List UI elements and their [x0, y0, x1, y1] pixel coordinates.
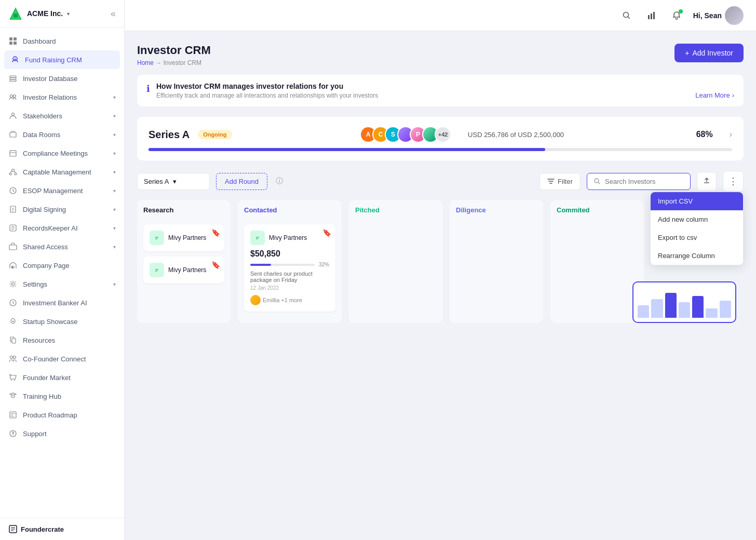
page-title: Investor CRM [137, 44, 211, 57]
company-chevron-icon[interactable]: ▾ [67, 11, 70, 17]
captable-icon [8, 167, 18, 177]
sidebar-item-dashboard[interactable]: Dashboard [0, 32, 124, 50]
sidebar-nav: Dashboard Fund Raising CRM Investor Data… [0, 28, 124, 518]
breadcrumb-home[interactable]: Home [137, 59, 154, 66]
card-progress-row: 32% [250, 262, 329, 267]
sidebar-item-captable[interactable]: Captable Management ▾ [0, 163, 124, 181]
sidebar-item-founder-market[interactable]: Founder Market [0, 368, 124, 387]
foundercrate-logo: Foundercrate [8, 524, 64, 534]
dropdown-rearrange[interactable]: Rearrange Column [651, 247, 743, 265]
kanban-col-pitched: Pitched [349, 200, 442, 323]
sidebar-item-records[interactable]: RecordsKeeper AI ▾ [0, 219, 124, 237]
company-page-icon [8, 261, 18, 270]
sidebar-item-settings[interactable]: Settings ▾ [0, 275, 124, 293]
series-avatars: A C S P +42 [364, 126, 451, 143]
sidebar-item-label: Digital Signing [23, 206, 66, 213]
sidebar-item-label: Founder Market [23, 374, 71, 382]
add-round-label: Add Round [225, 178, 259, 185]
series-progress-bar-bg [148, 148, 732, 151]
search-button[interactable] [618, 7, 635, 24]
sidebar-item-investor-relations[interactable]: Investor Relations ▾ [0, 88, 124, 106]
sidebar-item-shared-access[interactable]: Shared Access ▾ [0, 237, 124, 256]
records-icon [8, 223, 18, 233]
more-options-wrapper: ⋮ Import CSV Add new column Export to cs… [723, 171, 744, 192]
card-bookmark-icon[interactable]: 🔖 [211, 228, 220, 237]
card-bookmark-icon-2[interactable]: 🔖 [211, 261, 220, 269]
sidebar-collapse-button[interactable]: « [111, 8, 116, 19]
analytics-button[interactable] [643, 7, 660, 24]
search-investors-input[interactable] [605, 178, 678, 185]
sidebar-item-data-rooms[interactable]: Data Rooms ▾ [0, 125, 124, 144]
card-logo-2 [150, 263, 164, 277]
learn-more-link[interactable]: Learn More › [695, 91, 734, 99]
sidebar-item-label: Settings [23, 280, 47, 288]
kanban-card-r1[interactable]: 🔖 Mivy Partners [143, 224, 224, 251]
notifications-button[interactable] [668, 7, 685, 24]
chart-bar-6 [706, 308, 717, 318]
col-header-research: Research [143, 206, 224, 218]
sidebar-item-compliance[interactable]: Compliance Meetings ▾ [0, 144, 124, 163]
dropdown-add-column[interactable]: Add new column [651, 210, 743, 228]
chart-bar-1 [638, 305, 649, 318]
sidebar-item-digital-signing[interactable]: Digital Signing ▾ [0, 200, 124, 219]
sidebar-item-cofounder[interactable]: Co-Founder Connect [0, 349, 124, 368]
svg-point-26 [12, 283, 15, 286]
info-banner: ℹ How Investor CRM manages investor rela… [137, 75, 744, 106]
settings-chevron: ▾ [113, 281, 116, 287]
info-banner-text: How Investor CRM manages investor relati… [156, 82, 378, 99]
sidebar-item-esop[interactable]: ESOP Management ▾ [0, 181, 124, 200]
settings-icon [8, 279, 18, 289]
series-chevron-icon[interactable]: › [730, 130, 732, 139]
svg-point-18 [9, 173, 11, 175]
sidebar-item-label: Investor Relations [23, 93, 77, 101]
user-name: Sean [705, 11, 722, 20]
add-investor-button[interactable]: + Add Investor [674, 44, 744, 62]
acme-logo-icon [8, 6, 23, 21]
sidebar-item-investor-database[interactable]: Investor Database [0, 69, 124, 88]
sidebar-item-fundraising[interactable]: Fund Raising CRM [4, 50, 120, 69]
svg-point-19 [15, 173, 17, 175]
col-header-diligence: Diligence [456, 206, 537, 218]
card-name-c1: Mivy Partners [269, 234, 307, 241]
sidebar-header: ACME Inc. ▾ « [0, 0, 124, 28]
card-name-r2: Mivy Partners [168, 266, 206, 274]
svg-point-14 [12, 113, 15, 116]
card-progress-pct: 32% [319, 262, 329, 267]
series-percent: 68% [696, 130, 713, 139]
learn-more-arrow: › [732, 91, 734, 99]
sidebar-item-startup-showcase[interactable]: Startup Showcase [0, 312, 124, 331]
svg-rect-6 [14, 42, 17, 45]
kanban-col-committed: Commited [550, 200, 644, 323]
data-rooms-chevron: ▾ [113, 132, 116, 138]
svg-rect-39 [648, 15, 650, 19]
dropdown-export-csv[interactable]: Export to csv [651, 228, 743, 247]
upload-button[interactable] [697, 172, 717, 191]
round-select[interactable]: Series A ▾ [137, 173, 210, 190]
resources-icon [8, 335, 18, 345]
sidebar-item-investment-banker[interactable]: Investment Banker AI [0, 293, 124, 312]
more-options-button[interactable]: ⋮ [723, 171, 744, 192]
sidebar-item-product-roadmap[interactable]: Product Roadmap [0, 406, 124, 424]
kanban-card-r2[interactable]: 🔖 Mivy Partners [143, 256, 224, 284]
dropdown-import-csv[interactable]: Import CSV [651, 192, 743, 210]
captable-chevron: ▾ [113, 169, 116, 175]
kanban-col-contacted: Contacted 🔖 Mivy Partners $50,850 [238, 200, 342, 323]
kanban-col-research: Research 🔖 Mivy Partners 🔖 [137, 200, 231, 323]
sidebar-item-stakeholders[interactable]: Stakeholders ▾ [0, 106, 124, 125]
svg-rect-15 [10, 132, 16, 137]
user-avatar[interactable] [725, 6, 744, 25]
sidebar-item-training[interactable]: Training Hub [0, 387, 124, 406]
sidebar-item-company-page[interactable]: Company Page [0, 256, 124, 275]
sidebar-item-label: Stakeholders [23, 112, 62, 120]
svg-point-34 [14, 380, 15, 381]
search-investors-box[interactable] [587, 173, 691, 190]
sidebar-item-resources[interactable]: Resources [0, 331, 124, 349]
card-company-2: Mivy Partners [150, 263, 218, 277]
kanban-card-c1[interactable]: 🔖 Mivy Partners $50,850 32% S [244, 224, 335, 312]
card-bookmark-c1[interactable]: 🔖 [322, 228, 331, 237]
sidebar-item-support[interactable]: Support [0, 424, 124, 443]
add-round-button[interactable]: Add Round [216, 173, 267, 190]
sidebar-item-label: Fund Raising CRM [25, 56, 82, 64]
filter-button[interactable]: Filter [539, 173, 580, 190]
svg-point-42 [595, 179, 599, 183]
